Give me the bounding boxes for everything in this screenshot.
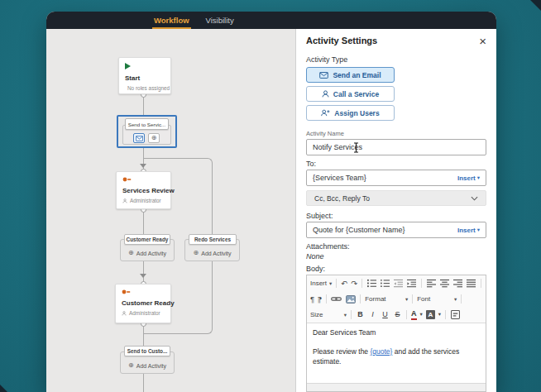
person-icon (122, 198, 127, 203)
node-customer-ready-title: Customer Ready (122, 299, 165, 307)
close-icon[interactable]: × (479, 36, 486, 47)
activity-name-label: Activity Name (306, 130, 486, 137)
node-customer-ready[interactable]: Customer Ready Administrator (115, 284, 171, 323)
activity-settings-panel: Activity Settings × Activity Type Send a… (295, 29, 496, 392)
plus-circle-icon: ⊕ (128, 362, 134, 369)
image-icon[interactable] (345, 294, 356, 304)
activity-type-label: Activity Type (306, 55, 486, 64)
arrowhead-icon (140, 164, 146, 168)
email-body-editor[interactable]: Dear Services Team Please review the {qu… (307, 323, 486, 383)
email-activity-button[interactable] (133, 133, 145, 143)
subject-insert-dropdown[interactable]: Insert ▾ (457, 227, 480, 234)
call-service-icon (322, 90, 329, 98)
font-dropdown[interactable]: Font ▾ (417, 295, 457, 303)
align-center-icon[interactable] (439, 278, 449, 289)
activity-type-send-email-button[interactable]: Send an Email (306, 67, 395, 83)
node-start[interactable]: Start No roles assigned (118, 57, 171, 94)
node-services-review-title: Services Review (122, 187, 165, 194)
activity-type-call-service-button[interactable]: Call a Service (306, 86, 395, 102)
background-corner-decoration (530, 0, 541, 11)
caret-down-icon: ▾ (477, 227, 480, 233)
tab-workflow-label: Workflow (154, 16, 189, 25)
subject-label: Subject: (306, 212, 486, 220)
plus-circle-icon: ⊕ (151, 135, 157, 141)
format-dropdown[interactable]: Format ▾ (365, 295, 408, 303)
align-left-icon[interactable] (426, 278, 436, 289)
link-icon[interactable] (331, 294, 342, 304)
caret-down-icon: ▾ (454, 296, 457, 303)
header-tabs: Workflow Visibility (152, 12, 236, 29)
body-greeting: Dear Services Team (313, 328, 480, 338)
subject-input[interactable]: Quote for {Customer Name} Insert ▾ (306, 222, 486, 238)
bullet-list-icon[interactable] (380, 278, 390, 289)
add-step-button[interactable]: ⊕ (148, 133, 160, 143)
caret-down-icon: ▾ (344, 312, 347, 318)
panel-title: Activity Settings (306, 36, 377, 45)
caret-down-icon: ▾ (405, 296, 408, 303)
paragraph-rtl-icon[interactable]: ¶ (318, 295, 322, 304)
outdent-icon[interactable] (394, 278, 404, 289)
ordered-list-icon[interactable] (366, 278, 376, 289)
indent-icon[interactable] (407, 278, 417, 289)
arrowhead-icon (140, 274, 146, 278)
node-start-title: Start (125, 74, 165, 82)
strikethrough-button[interactable]: S (393, 311, 402, 318)
add-activity-label: Add Activity (136, 363, 166, 369)
tab-workflow[interactable]: Workflow (152, 12, 191, 29)
background-corner-decoration (0, 385, 7, 392)
size-dropdown[interactable]: Size ▾ (310, 311, 347, 318)
activity-type-assign-users-button[interactable]: Assign Users (306, 105, 395, 121)
paragraph-ltr-icon[interactable]: ¶ (310, 295, 314, 304)
envelope-icon (319, 72, 328, 79)
connector-line (143, 323, 144, 346)
node-services-review[interactable]: Services Review Administrator (116, 171, 171, 209)
envelope-icon (136, 136, 143, 141)
plus-circle-icon: ⊕ (128, 250, 134, 256)
assign-users-icon (321, 109, 330, 117)
node-send-to-services-label[interactable]: Send to Servic... (125, 118, 169, 130)
workflow-canvas[interactable]: Start No roles assigned Send to Servic..… (46, 29, 295, 392)
attachments-value: None (306, 252, 486, 261)
underline-button[interactable]: U (381, 311, 390, 318)
background-color-button[interactable]: A (426, 310, 435, 319)
add-activity-label: Add Activity (201, 251, 231, 256)
undo-icon[interactable]: ↶ (341, 280, 347, 288)
source-code-icon[interactable] (450, 309, 461, 320)
tab-visibility-label: Visibility (206, 16, 234, 25)
redo-icon[interactable]: ↷ (351, 280, 357, 288)
to-label: To: (306, 160, 486, 168)
editor-toolbar: Insert ▾ ↶ ↷ (307, 275, 486, 323)
activity-name-input[interactable]: Notify Services (306, 139, 486, 155)
caret-down-icon: ▾ (420, 312, 423, 318)
body-message: Please review the {quote} and add the se… (313, 347, 480, 367)
align-right-icon[interactable] (453, 278, 463, 289)
tab-visibility[interactable]: Visibility (204, 12, 236, 29)
user-task-icon (122, 177, 132, 182)
bold-button[interactable]: B (356, 311, 365, 318)
cc-bcc-replyto-expander[interactable]: Cc, Bcc, Reply To (306, 190, 486, 206)
chevron-down-icon (471, 196, 478, 201)
to-insert-dropdown[interactable]: Insert ▾ (457, 174, 480, 182)
add-activity-label: Add Activity (136, 251, 166, 256)
branch-customer-ready-label[interactable]: Customer Ready (124, 234, 170, 245)
editor-footer-bar (307, 383, 486, 391)
caret-down-icon: ▾ (477, 174, 480, 181)
attachments-label: Attachments: (306, 242, 486, 251)
caret-down-icon: ▾ (329, 280, 332, 287)
node-start-roles: No roles assigned (127, 85, 170, 91)
text-color-button[interactable]: A (411, 310, 417, 320)
branch-redo-services-label[interactable]: Redo Services (189, 234, 237, 245)
user-task-icon (122, 289, 131, 294)
quote-variable-link[interactable]: {quote} (370, 347, 392, 356)
connector-line (143, 374, 144, 392)
body-rich-text-editor: Insert ▾ ↶ ↷ (306, 275, 486, 392)
caret-down-icon: ▾ (438, 312, 441, 318)
connector-line (143, 209, 144, 234)
branch-send-to-customer-label[interactable]: Send to Custo... (124, 346, 170, 356)
toolbar-insert-dropdown[interactable]: Insert ▾ (310, 280, 332, 287)
app-header: Workflow Visibility (46, 12, 496, 29)
plus-circle-icon: ⊕ (194, 250, 199, 256)
italic-button[interactable]: I (368, 311, 377, 318)
to-input[interactable]: {Services Team} Insert ▾ (306, 170, 486, 186)
justify-icon[interactable] (467, 278, 476, 289)
